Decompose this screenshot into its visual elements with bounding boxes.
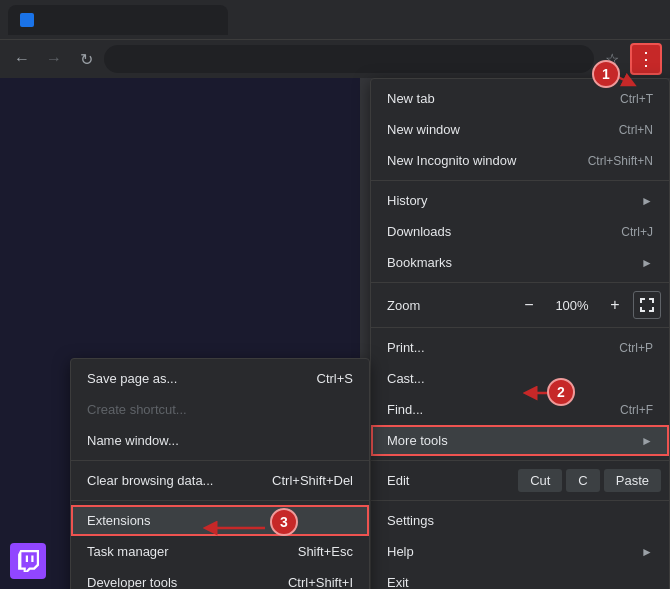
zoom-minus-button[interactable]: − (515, 291, 543, 319)
menu-item-help[interactable]: Help ► (371, 536, 669, 567)
menu-separator-2 (371, 282, 669, 283)
menu-item-settings[interactable]: Settings (371, 505, 669, 536)
browser-tab[interactable] (8, 5, 228, 35)
forward-button[interactable]: → (40, 45, 68, 73)
menu-item-incognito[interactable]: New Incognito window Ctrl+Shift+N (371, 145, 669, 176)
zoom-row: Zoom − 100% + (371, 287, 669, 323)
step-1-circle: 1 (592, 60, 620, 88)
chrome-menu: New tab Ctrl+T New window Ctrl+N New Inc… (370, 78, 670, 589)
twitch-logo (10, 543, 46, 579)
submenu-item-task-manager[interactable]: Task manager Shift+Esc (71, 536, 369, 567)
copy-button[interactable]: C (566, 469, 599, 492)
menu-item-new-tab[interactable]: New tab Ctrl+T (371, 83, 669, 114)
menu-separator-3 (371, 327, 669, 328)
submenu-item-create-shortcut[interactable]: Create shortcut... (71, 394, 369, 425)
step-2-circle: 2 (547, 378, 575, 406)
paste-button[interactable]: Paste (604, 469, 661, 492)
browser-toolbar: ← → ↻ ☆ ⋮ (0, 40, 670, 78)
menu-separator-5 (371, 500, 669, 501)
tab-area (8, 5, 662, 35)
omnibox[interactable] (104, 45, 594, 73)
edit-actions: Cut C Paste (518, 469, 661, 492)
fullscreen-button[interactable] (633, 291, 661, 319)
menu-item-new-window[interactable]: New window Ctrl+N (371, 114, 669, 145)
menu-item-more-tools[interactable]: More tools ► (371, 425, 669, 456)
menu-item-bookmarks[interactable]: Bookmarks ► (371, 247, 669, 278)
menu-item-history[interactable]: History ► (371, 185, 669, 216)
submenu-item-extensions[interactable]: Extensions (71, 505, 369, 536)
submenu-separator-1 (71, 460, 369, 461)
menu-item-print[interactable]: Print... Ctrl+P (371, 332, 669, 363)
more-tools-submenu: Save page as... Ctrl+S Create shortcut..… (70, 358, 370, 589)
menu-item-find[interactable]: Find... Ctrl+F (371, 394, 669, 425)
menu-item-downloads[interactable]: Downloads Ctrl+J (371, 216, 669, 247)
submenu-item-clear-browsing[interactable]: Clear browsing data... Ctrl+Shift+Del (71, 465, 369, 496)
step-3-circle: 3 (270, 508, 298, 536)
menu-separator-1 (371, 180, 669, 181)
page-content-area: New tab Ctrl+T New window Ctrl+N New Inc… (0, 78, 670, 589)
back-button[interactable]: ← (8, 45, 36, 73)
menu-separator-4 (371, 460, 669, 461)
browser-tab-bar (0, 0, 670, 40)
submenu-item-name-window[interactable]: Name window... (71, 425, 369, 456)
submenu-item-save-page[interactable]: Save page as... Ctrl+S (71, 363, 369, 394)
reload-button[interactable]: ↻ (72, 45, 100, 73)
submenu-separator-2 (71, 500, 369, 501)
zoom-value: 100% (547, 298, 597, 313)
zoom-plus-button[interactable]: + (601, 291, 629, 319)
edit-row: Edit Cut C Paste (371, 465, 669, 496)
submenu-item-developer-tools[interactable]: Developer tools Ctrl+Shift+I (71, 567, 369, 589)
menu-item-cast[interactable]: Cast... (371, 363, 669, 394)
chrome-menu-button[interactable]: ⋮ (630, 43, 662, 75)
cut-button[interactable]: Cut (518, 469, 562, 492)
menu-item-exit[interactable]: Exit (371, 567, 669, 589)
